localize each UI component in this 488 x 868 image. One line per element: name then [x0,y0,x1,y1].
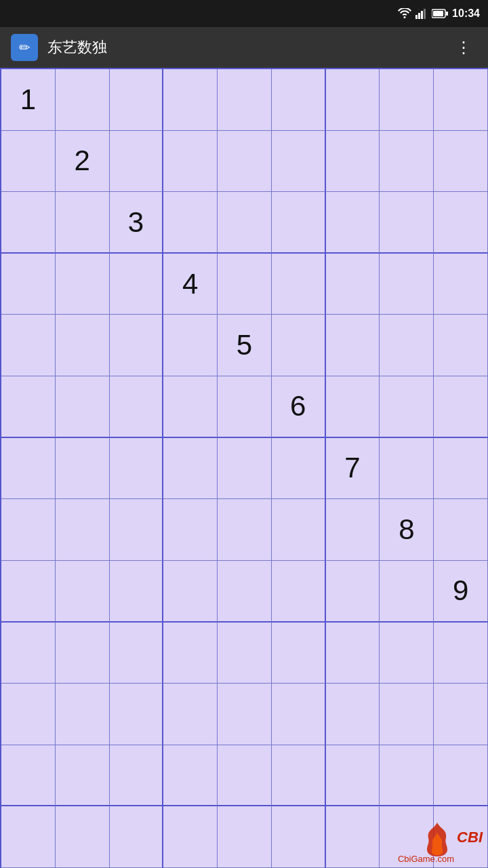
cell-4-7[interactable] [380,315,434,376]
cell-2-1[interactable] [56,192,110,254]
cell-9-3[interactable] [163,623,218,684]
cell-1-0[interactable] [1,131,56,193]
cell-0-0[interactable]: 1 [1,69,56,131]
cell-10-2[interactable] [110,684,164,745]
cell-8-1[interactable] [56,561,110,623]
cell-1-5[interactable] [272,131,326,193]
cell-8-6[interactable] [326,561,380,623]
cell-12-6[interactable] [326,806,380,868]
cell-9-6[interactable] [326,623,380,684]
cell-10-0[interactable] [1,684,56,745]
cell-8-8[interactable]: 9 [434,561,488,623]
cell-1-6[interactable] [326,131,380,193]
menu-icon[interactable]: ⋮ [450,35,477,60]
cell-0-7[interactable] [380,69,434,131]
cell-9-7[interactable] [380,623,434,684]
cell-0-4[interactable] [218,69,272,131]
cell-6-8[interactable] [434,438,488,500]
cell-6-2[interactable] [110,438,164,500]
cell-7-8[interactable] [434,499,488,561]
cell-1-7[interactable] [380,131,434,193]
cell-7-7[interactable]: 8 [380,499,434,561]
cell-8-3[interactable] [163,561,218,623]
cell-11-1[interactable] [56,745,110,807]
cell-12-2[interactable] [110,806,164,868]
cell-2-2[interactable]: 3 [110,192,164,254]
cell-8-4[interactable] [218,561,272,623]
cell-3-4[interactable] [218,254,272,315]
cell-4-6[interactable] [326,315,380,376]
cell-2-3[interactable] [163,192,218,254]
cell-11-4[interactable] [218,745,272,807]
cell-1-3[interactable] [163,131,218,193]
cell-1-8[interactable] [434,131,488,193]
cell-3-2[interactable] [110,254,164,315]
cell-11-8[interactable] [434,745,488,807]
cell-0-6[interactable] [326,69,380,131]
cell-10-5[interactable] [272,684,326,745]
cell-5-4[interactable] [218,376,272,438]
cell-2-5[interactable] [272,192,326,254]
cell-3-6[interactable] [326,254,380,315]
cell-3-1[interactable] [56,254,110,315]
cell-0-8[interactable] [434,69,488,131]
cell-12-1[interactable] [56,806,110,868]
cell-9-8[interactable] [434,623,488,684]
cell-10-7[interactable] [380,684,434,745]
cell-7-1[interactable] [56,499,110,561]
cell-1-4[interactable] [218,131,272,193]
cell-10-3[interactable] [163,684,218,745]
cell-6-4[interactable] [218,438,272,500]
cell-9-4[interactable] [218,623,272,684]
cell-3-7[interactable] [380,254,434,315]
cell-12-3[interactable] [163,806,218,868]
cell-8-5[interactable] [272,561,326,623]
cell-3-5[interactable] [272,254,326,315]
cell-7-0[interactable] [1,499,56,561]
cell-12-5[interactable] [272,806,326,868]
cell-9-2[interactable] [110,623,164,684]
cell-5-3[interactable] [163,376,218,438]
cell-7-3[interactable] [163,499,218,561]
cell-0-3[interactable] [163,69,218,131]
cell-7-5[interactable] [272,499,326,561]
cell-6-7[interactable] [380,438,434,500]
cell-4-0[interactable] [1,315,56,376]
cell-6-6[interactable]: 7 [326,438,380,500]
cell-4-1[interactable] [56,315,110,376]
cell-6-3[interactable] [163,438,218,500]
cell-12-0[interactable] [1,806,56,868]
cell-0-5[interactable] [272,69,326,131]
cell-4-8[interactable] [434,315,488,376]
cell-8-0[interactable] [1,561,56,623]
cell-12-7[interactable] [380,806,434,868]
cell-4-2[interactable] [110,315,164,376]
cell-7-2[interactable] [110,499,164,561]
cell-11-2[interactable] [110,745,164,807]
cell-2-6[interactable] [326,192,380,254]
cell-0-2[interactable] [110,69,164,131]
cell-10-8[interactable] [434,684,488,745]
cell-9-5[interactable] [272,623,326,684]
cell-4-5[interactable] [272,315,326,376]
cell-4-3[interactable] [163,315,218,376]
cell-11-5[interactable] [272,745,326,807]
cell-2-8[interactable] [434,192,488,254]
cell-8-2[interactable] [110,561,164,623]
cell-5-8[interactable] [434,376,488,438]
cell-6-0[interactable] [1,438,56,500]
cell-8-7[interactable] [380,561,434,623]
cell-5-2[interactable] [110,376,164,438]
cell-6-1[interactable] [56,438,110,500]
cell-7-6[interactable] [326,499,380,561]
cell-3-3[interactable]: 4 [163,254,218,315]
cell-11-7[interactable] [380,745,434,807]
cell-5-5[interactable]: 6 [272,376,326,438]
cell-11-0[interactable] [1,745,56,807]
cell-7-4[interactable] [218,499,272,561]
cell-0-1[interactable] [56,69,110,131]
cell-9-1[interactable] [56,623,110,684]
cell-11-6[interactable] [326,745,380,807]
cell-10-4[interactable] [218,684,272,745]
cell-12-4[interactable] [218,806,272,868]
